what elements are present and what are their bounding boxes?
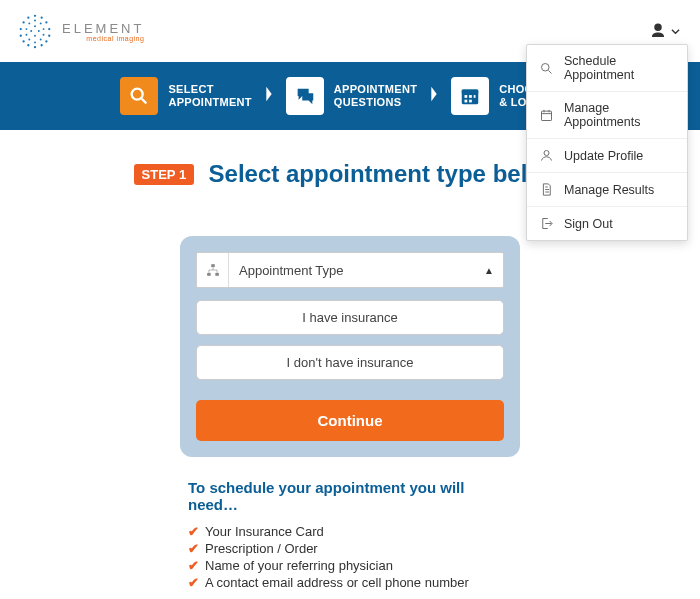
page-title: Select appointment type below. <box>209 160 567 188</box>
menu-label: Manage Appointments <box>564 101 675 129</box>
svg-point-14 <box>34 20 36 22</box>
calendar-icon <box>451 77 489 115</box>
svg-point-12 <box>22 21 24 23</box>
chevron-right-icon <box>264 85 274 107</box>
check-icon: ✔ <box>188 524 199 539</box>
requirement-item: ✔Name of your referring physician <box>188 557 512 574</box>
svg-rect-33 <box>462 90 479 94</box>
search-icon <box>120 77 158 115</box>
wizard-step-label: APPOINTMENTQUESTIONS <box>334 83 417 109</box>
brand-subtitle: medical imaging <box>62 35 144 42</box>
svg-point-22 <box>26 28 28 30</box>
user-dropdown: Schedule Appointment Manage Appointments… <box>526 44 688 241</box>
logo-mark <box>16 12 54 50</box>
svg-rect-29 <box>542 111 552 120</box>
svg-rect-40 <box>207 273 211 276</box>
svg-point-18 <box>40 39 42 41</box>
svg-point-15 <box>40 22 42 24</box>
menu-schedule-appointment[interactable]: Schedule Appointment <box>527 45 687 91</box>
check-icon: ✔ <box>188 541 199 556</box>
requirements-title: To schedule your appointment you will ne… <box>188 479 512 513</box>
signout-icon <box>539 216 554 231</box>
menu-label: Schedule Appointment <box>564 54 675 82</box>
user-icon <box>539 148 554 163</box>
user-icon <box>649 22 667 40</box>
svg-point-31 <box>132 89 143 100</box>
svg-rect-36 <box>474 95 476 98</box>
requirements-panel: To schedule your appointment you will ne… <box>180 479 520 591</box>
svg-rect-37 <box>465 100 468 103</box>
svg-point-1 <box>41 17 43 19</box>
check-icon: ✔ <box>188 575 199 590</box>
svg-point-6 <box>41 44 43 46</box>
menu-manage-results[interactable]: Manage Results <box>527 172 687 206</box>
svg-point-23 <box>28 22 30 24</box>
wizard-step-label: SELECTAPPOINTMENT <box>168 83 251 109</box>
option-have-insurance[interactable]: I have insurance <box>196 300 504 335</box>
svg-point-2 <box>45 21 47 23</box>
menu-sign-out[interactable]: Sign Out <box>527 206 687 240</box>
svg-rect-34 <box>465 95 468 98</box>
svg-point-7 <box>34 46 36 48</box>
chevron-down-icon <box>671 27 680 36</box>
svg-point-3 <box>48 28 50 30</box>
svg-point-11 <box>20 28 22 30</box>
appointment-type-select[interactable]: Appointment Type ▲ <box>196 252 504 288</box>
check-icon: ✔ <box>188 558 199 573</box>
svg-point-13 <box>27 17 29 19</box>
svg-point-0 <box>34 15 36 17</box>
document-icon <box>539 182 554 197</box>
menu-label: Sign Out <box>564 217 613 231</box>
svg-rect-41 <box>215 273 219 276</box>
requirement-item: ✔A contact email address or cell phone n… <box>188 574 512 591</box>
wizard-step-select-appointment[interactable]: SELECTAPPOINTMENT <box>120 77 251 115</box>
option-no-insurance[interactable]: I don't have insurance <box>196 345 504 380</box>
svg-point-27 <box>30 30 32 32</box>
svg-point-16 <box>43 28 45 30</box>
chevron-right-icon <box>429 85 439 107</box>
menu-manage-appointments[interactable]: Manage Appointments <box>527 91 687 138</box>
svg-point-5 <box>45 40 47 42</box>
svg-point-24 <box>34 25 36 27</box>
svg-point-21 <box>26 34 28 36</box>
svg-rect-38 <box>469 100 472 103</box>
svg-point-8 <box>27 44 29 46</box>
menu-label: Update Profile <box>564 149 643 163</box>
svg-point-9 <box>22 40 24 42</box>
svg-rect-35 <box>469 95 472 98</box>
brand-logo: ELEMENT medical imaging <box>16 12 144 50</box>
step-badge: STEP 1 <box>134 164 195 185</box>
requirement-item: ✔Your Insurance Card <box>188 523 512 540</box>
continue-button[interactable]: Continue <box>196 400 504 441</box>
user-menu-trigger[interactable] <box>649 22 684 40</box>
svg-point-10 <box>20 35 22 37</box>
select-placeholder: Appointment Type <box>229 263 475 278</box>
svg-point-25 <box>38 30 40 32</box>
svg-point-28 <box>542 63 550 71</box>
svg-rect-39 <box>211 264 215 267</box>
caret-up-icon: ▲ <box>475 265 503 276</box>
calendar-icon <box>539 108 554 123</box>
hierarchy-icon <box>197 253 229 287</box>
wizard-step-appointment-questions[interactable]: APPOINTMENTQUESTIONS <box>286 77 417 115</box>
appointment-form: Appointment Type ▲ I have insurance I do… <box>180 236 520 457</box>
chat-icon <box>286 77 324 115</box>
svg-point-19 <box>34 41 36 43</box>
requirement-item: ✔Prescription / Order <box>188 540 512 557</box>
menu-label: Manage Results <box>564 183 654 197</box>
svg-point-17 <box>43 34 45 36</box>
menu-update-profile[interactable]: Update Profile <box>527 138 687 172</box>
brand-name: ELEMENT <box>62 21 144 36</box>
search-icon <box>539 61 554 76</box>
svg-point-20 <box>28 39 30 41</box>
svg-point-4 <box>48 35 50 37</box>
svg-point-30 <box>544 151 549 156</box>
svg-point-26 <box>34 35 36 37</box>
